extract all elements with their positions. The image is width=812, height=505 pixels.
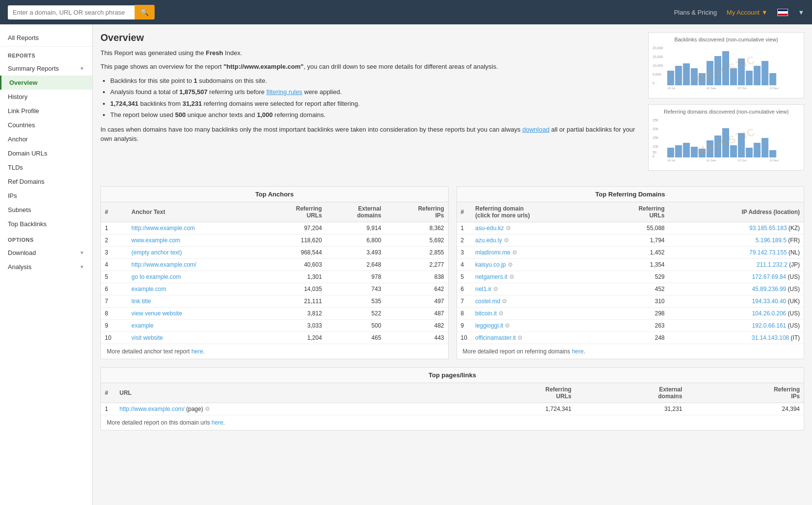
svg-text:150: 150 [653,136,658,139]
row-num: 6 [457,283,472,295]
anchor-link[interactable]: http://www.example.com/ [132,261,197,268]
col-ref-urls: ReferringURLs [263,202,326,222]
sidebar-item-download[interactable]: Download ▼ [0,246,92,260]
row-num: 5 [101,271,128,283]
ip-link[interactable]: 45.89.236.99 [752,286,786,292]
language-chevron-icon[interactable]: ▼ [798,9,804,16]
sidebar-item-domain-urls[interactable]: Domain URLs [0,146,92,160]
anchor-link[interactable]: example [132,322,154,329]
ip-link[interactable]: 172.67.69.84 [752,273,786,280]
sidebar-item-anchor[interactable]: Anchor [0,132,92,146]
anchors-here-link[interactable]: here [191,348,203,355]
gear-icon[interactable]: ⚙ [502,298,507,305]
gear-icon[interactable]: ⚙ [506,225,511,232]
gear-icon[interactable]: ⚙ [504,237,509,244]
domain-link[interactable]: leggioggi.it [475,322,503,329]
svg-rect-9 [699,73,706,85]
svg-text:12 Nov: 12 Nov [770,159,779,161]
ip-cell: 192.0.66.161 (US) [669,320,804,332]
anchor-link[interactable]: example.com [132,286,166,292]
domain-link[interactable]: asu-edu.kz [475,225,504,232]
sidebar-item-history[interactable]: History [0,90,92,104]
sidebar-item-top-backlinks[interactable]: Top Backlinks [0,217,92,231]
header-right: Plans & Pricing My Account ▼ ▼ [674,9,804,16]
gear-icon[interactable]: ⚙ [517,334,523,341]
gear-icon[interactable]: ⚙ [498,310,504,317]
anchors-more-report: More detailed anchor text report here. [101,344,448,359]
ip-link[interactable]: 93.185.65.183 [750,225,787,232]
search-button[interactable]: 🔍 [135,5,155,19]
sidebar-item-link-profile[interactable]: Link Profile [0,104,92,118]
filtering-rules-link[interactable]: filtering rules [266,88,302,96]
anchor-link[interactable]: link title [132,298,151,305]
sidebar-item-tlds[interactable]: TLDs [0,160,92,175]
index-bold: Fresh [206,49,223,57]
ref-ips-cell: 8,362 [385,222,448,234]
ip-link[interactable]: 31.14.143.108 [752,334,789,341]
language-flag-icon[interactable] [777,9,788,16]
sidebar-item-overview[interactable]: Overview [0,76,92,90]
anchor-text-cell: www.example.com [128,234,263,247]
ref-urls-cell: 97,204 [263,222,326,234]
ref-ips-cell: 482 [385,320,448,332]
domain-link[interactable]: officinamaster.it [475,334,516,341]
ip-link[interactable]: 192.0.66.161 [752,322,786,329]
col-url: URL [116,383,457,403]
domain-link[interactable]: net1.ir [475,286,492,292]
sidebar-item-ips[interactable]: IPs [0,189,92,203]
ip-link[interactable]: 104.26.0.206 [752,310,786,317]
table-row: 7 link title 21,111 535 497 [101,295,448,308]
sidebar-item-analysis[interactable]: Analysis ▼ [0,260,92,274]
anchor-link[interactable]: visit website [132,334,163,341]
domain-link[interactable]: bitcoin.it [475,310,497,317]
anchor-link[interactable]: (empty anchor text) [132,249,182,256]
gear-icon[interactable]: ⚙ [512,249,517,256]
plans-pricing-link[interactable]: Plans & Pricing [674,9,717,16]
anchor-text-cell: (empty anchor text) [128,247,263,259]
sidebar-item-summary-reports[interactable]: Summary Reports ▼ [0,61,92,76]
anchor-link[interactable]: go to example.com [132,273,181,280]
gear-icon[interactable]: ⚙ [508,261,513,268]
domain-link[interactable]: costel.md [475,298,500,305]
anchor-link[interactable]: www.example.com [132,237,180,244]
gear-icon[interactable]: ⚙ [493,286,498,292]
anchor-link[interactable]: http://www.example.com [132,225,195,232]
my-account-button[interactable]: My Account ▼ [727,9,768,16]
domain-link[interactable]: kaisyu.co.jp [475,261,506,268]
svg-text:100: 100 [653,145,658,148]
anchor-link[interactable]: view venue website [132,310,182,317]
ip-cell: 45.89.236.99 (US) [669,283,804,295]
ext-domains-cell: 9,914 [326,222,385,234]
page-url-link[interactable]: http://www.example.com/ [119,406,184,412]
domain-link[interactable]: azu.edu.ly [475,237,502,244]
gear-icon[interactable]: ⚙ [505,322,510,329]
table-row: 5 netgamers.it ⚙ 529 172.67.69.84 (US) [457,271,804,283]
sidebar-item-countries[interactable]: Countries [0,118,92,132]
gear-icon[interactable]: ⚙ [205,406,210,412]
top-ref-domains-section: Top Referring Domains # Referring domain… [456,186,805,359]
search-input[interactable] [8,5,135,19]
gear-icon[interactable]: ⚙ [509,273,515,280]
ip-link[interactable]: 211.1.232.2 [756,261,787,268]
ref-urls-cell: 968,544 [263,247,326,259]
sidebar-item-subnets[interactable]: Subnets [0,203,92,217]
chevron-down-icon: ▼ [761,9,768,16]
svg-rect-29 [667,148,674,157]
svg-text:01 Sep: 01 Sep [707,87,716,89]
ip-link[interactable]: 5.196.189.5 [755,237,786,244]
table-row: 4 http://www.example.com/ 40,603 2,648 2… [101,259,448,271]
download-link[interactable]: download [522,126,550,133]
domain-cell: asu-edu.kz ⚙ [472,222,599,234]
svg-rect-17 [761,61,768,85]
ip-link[interactable]: 194.33.40.40 [752,298,786,305]
ref-domains-chart-title: Referring domains discovered (non-cumula… [653,109,800,115]
pages-here-link[interactable]: here [212,419,223,426]
domain-link[interactable]: netgamers.it [475,273,508,280]
all-reports-link[interactable]: All Reports [0,29,92,47]
domain-link[interactable]: mladiromi.me [475,249,511,256]
sidebar-item-ref-domains[interactable]: Ref Domains [0,175,92,189]
row-num: 8 [101,308,128,320]
ip-link[interactable]: 79.142.73.155 [750,249,787,256]
refdomains-here-link[interactable]: here [572,348,584,355]
svg-rect-31 [683,143,690,157]
